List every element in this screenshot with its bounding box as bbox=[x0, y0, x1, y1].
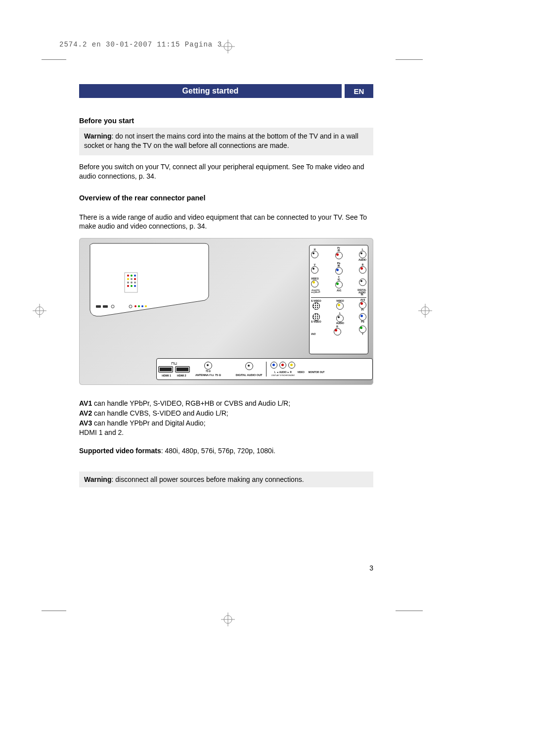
video-label: VIDEO bbox=[297, 372, 304, 374]
svg-point-19 bbox=[127, 282, 129, 284]
svg-point-21 bbox=[134, 282, 136, 284]
digital-audio-label: DIGITAL AUDIO OUT bbox=[236, 374, 263, 377]
video-port-icon bbox=[288, 362, 295, 369]
av2-text: can handle CVBS, S-VIDEO and Audio L/R; bbox=[92, 409, 228, 417]
antenna-label: ANTENNA ⊓⊔ 75 Ω bbox=[195, 374, 221, 377]
display-sync-label: DISPLAY SYNCHRONIZED bbox=[271, 375, 295, 377]
formats-text: : 480i, 480p, 576i, 576p, 720p, 1080i. bbox=[161, 447, 275, 455]
audio-r-port-icon bbox=[279, 362, 286, 369]
av1-bold: AV1 bbox=[79, 399, 92, 407]
digital-audio-port-icon bbox=[245, 362, 253, 370]
svg-point-20 bbox=[131, 282, 133, 284]
bottom-connector-strip: ⊓⊔ HDMI 1 HDMI 2 75 Ω ANTENNA ⊓⊔ 75 Ω DI… bbox=[156, 358, 373, 380]
overview-body-text: There is a wide range of audio and video… bbox=[79, 213, 373, 232]
svg-rect-26 bbox=[103, 305, 108, 308]
av1-label: AV1 bbox=[337, 289, 341, 296]
heading-overview: Overview of the rear connector panel bbox=[79, 194, 373, 202]
svg-point-18 bbox=[134, 278, 136, 280]
hdmi-port-icon bbox=[159, 367, 173, 372]
svg-point-24 bbox=[134, 285, 136, 287]
warning-label: Warning bbox=[84, 132, 111, 140]
crop-line bbox=[42, 611, 66, 611]
tv-rear-outline-icon bbox=[86, 242, 299, 328]
svg-point-16 bbox=[127, 278, 129, 280]
svg-point-28 bbox=[134, 305, 136, 307]
svg-point-14 bbox=[131, 275, 133, 277]
hdmi1-label: HDMI 1 bbox=[162, 375, 171, 378]
before-body-text: Before you switch on your TV, connect al… bbox=[79, 162, 373, 181]
registration-mark-icon bbox=[221, 613, 235, 626]
connector-panel-diagram: H Pr/R L AUDIO V Pb/B R VIDEO Y/G (G,A,P… bbox=[79, 238, 373, 385]
registration-mark-icon bbox=[33, 304, 46, 318]
av2-label: AV2 bbox=[311, 333, 315, 335]
av3-text: can handle YPbPr and Digital Audio; bbox=[92, 419, 205, 427]
warning-box-power: Warning: disconnect all power sources be… bbox=[79, 472, 373, 487]
warning-box-mains: Warning: do not insert the mains cord in… bbox=[79, 128, 373, 155]
svg-point-23 bbox=[131, 285, 133, 287]
crop-line bbox=[42, 59, 66, 60]
av3-bold: AV3 bbox=[79, 419, 92, 427]
av1-text: can handle YPbPr, S-VIDEO, RGB+HB or CVB… bbox=[92, 399, 290, 407]
hdmi2-label: HDMI 2 bbox=[177, 375, 186, 378]
svg-point-30 bbox=[141, 305, 143, 307]
manual-page: Getting started EN Before you start Warn… bbox=[79, 84, 373, 487]
registration-mark-icon bbox=[221, 40, 235, 53]
monitor-out-label: MONITOR OUT bbox=[309, 372, 325, 374]
audio-l-port-icon bbox=[270, 362, 277, 369]
heading-before-you-start: Before you start bbox=[79, 117, 373, 125]
formats-label: Supported video formats bbox=[79, 447, 161, 455]
crop-line bbox=[396, 59, 423, 60]
warning-text: : do not insert the mains cord into the … bbox=[84, 132, 358, 149]
antenna-ohm: 75 Ω bbox=[206, 371, 211, 373]
hdmi-port-icon bbox=[176, 367, 189, 372]
warning2-label: Warning bbox=[84, 475, 111, 483]
crop-line bbox=[396, 611, 423, 611]
svg-point-15 bbox=[134, 275, 136, 277]
audio-lr-label: L ◄ AUDIO ► R bbox=[274, 372, 292, 374]
svg-point-13 bbox=[127, 275, 129, 277]
warning2-text: : disconnect all power sources before ma… bbox=[111, 475, 304, 483]
svg-point-31 bbox=[145, 305, 147, 307]
antenna-port-icon bbox=[204, 362, 212, 370]
page-number: 3 bbox=[369, 564, 373, 572]
page-title: Getting started bbox=[79, 84, 342, 98]
hdmi-text: HDMI 1 and 2. bbox=[79, 428, 373, 438]
svg-point-29 bbox=[138, 305, 140, 307]
print-metadata: 2574.2 en 30-01-2007 11:15 Pagina 3 bbox=[59, 41, 222, 48]
svg-point-22 bbox=[127, 285, 129, 287]
svg-rect-25 bbox=[96, 305, 101, 308]
rear-panel-detail: H Pr/R L AUDIO V Pb/B R VIDEO Y/G (G,A,P… bbox=[309, 245, 368, 354]
title-bar: Getting started EN bbox=[79, 84, 373, 98]
svg-point-17 bbox=[131, 278, 133, 280]
language-badge: EN bbox=[345, 84, 373, 98]
registration-mark-icon bbox=[418, 304, 432, 318]
av2-bold: AV2 bbox=[79, 409, 92, 417]
av-capability-list: AV1 can handle YPbPr, S-VIDEO, RGB+HB or… bbox=[79, 399, 373, 437]
supported-formats: Supported video formats: 480i, 480p, 576… bbox=[79, 447, 373, 455]
